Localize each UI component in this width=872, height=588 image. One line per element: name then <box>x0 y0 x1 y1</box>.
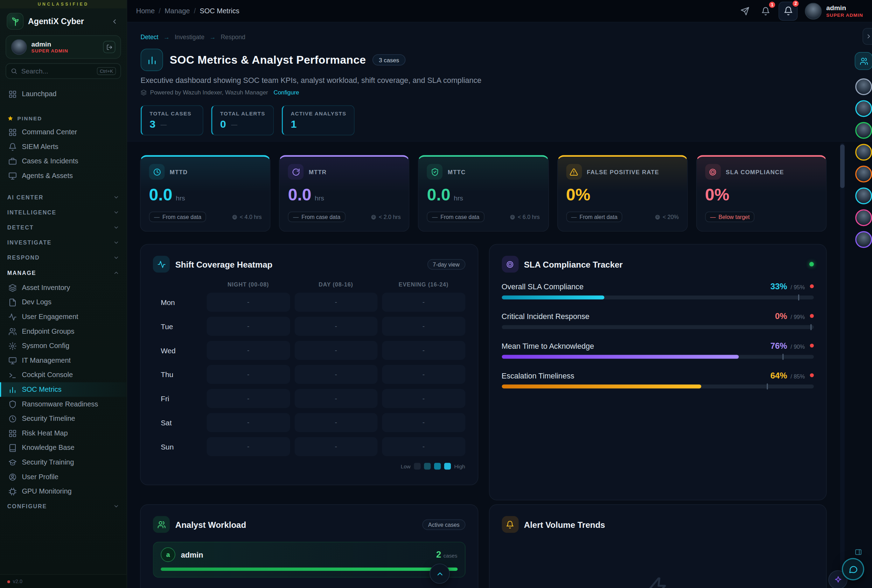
chip-icon <box>8 487 17 496</box>
sidebar-item-command-center[interactable]: Command Center <box>0 125 127 140</box>
heatmap-cell[interactable]: - <box>206 413 290 432</box>
sidebar-item-gpu-monitoring[interactable]: GPU Monitoring <box>0 484 127 499</box>
heatmap-cell[interactable]: - <box>206 317 290 336</box>
rail-avatar[interactable] <box>855 122 872 139</box>
analyst-row[interactable]: aadmin2cases <box>153 542 465 578</box>
scrollbar-thumb[interactable] <box>840 144 845 188</box>
sla-metric-label: Overall SLA Compliance <box>502 283 770 291</box>
rail-avatar[interactable] <box>855 166 872 183</box>
heatmap-cell[interactable]: - <box>295 293 378 312</box>
panel-toggle-button[interactable] <box>853 547 863 557</box>
chip-dash: — <box>293 214 299 220</box>
sidebar-item-security-timeline[interactable]: Security Timeline <box>0 411 127 426</box>
sidebar-section-respond[interactable]: RESPOND <box>0 250 127 265</box>
rocket-button[interactable] <box>737 3 753 19</box>
search-input[interactable] <box>21 67 93 75</box>
kpi-chip-label: From case data <box>162 214 201 220</box>
sidebar-item-agents-assets[interactable]: Agents & Assets <box>0 169 127 183</box>
workflow: Detect→Investigate→Respond <box>141 34 859 40</box>
workflow-step-investigate[interactable]: Investigate <box>175 34 204 40</box>
sidebar-section-investigate[interactable]: INVESTIGATE <box>0 235 127 250</box>
sidebar-collapse-button[interactable] <box>108 16 120 27</box>
sidebar-item-siem-alerts[interactable]: SIEM Alerts <box>0 139 127 154</box>
sidebar-item-soc-metrics[interactable]: SOC Metrics <box>0 382 127 397</box>
topbar-user[interactable]: admin SUPER ADMIN <box>805 3 863 19</box>
heatmap-cell[interactable]: - <box>382 293 465 312</box>
gear-icon <box>8 342 17 350</box>
scroll-top-button[interactable] <box>430 564 450 584</box>
heatmap-cell[interactable]: - <box>206 341 290 360</box>
rail-avatar[interactable] <box>855 209 872 226</box>
kpi-label: MTTD <box>170 169 188 175</box>
heatmap-cell[interactable]: - <box>295 317 378 336</box>
rail-avatar[interactable] <box>855 78 872 95</box>
heatmap-cell[interactable]: - <box>206 389 290 408</box>
notifications-button[interactable]: 1 <box>758 3 774 19</box>
sidebar-item-security-training[interactable]: Security Training <box>0 455 127 470</box>
heatmap-cell[interactable]: - <box>382 389 465 408</box>
sidebar-item-it-management[interactable]: IT Management <box>0 353 127 368</box>
heatmap-cell[interactable]: - <box>382 341 465 360</box>
breadcrumb-item-soc-metrics[interactable]: SOC Metrics <box>200 7 239 15</box>
heatmap-cell[interactable]: - <box>382 413 465 432</box>
pinned-header: PINNED <box>0 111 127 124</box>
sla-metric-target: / 85% <box>791 373 805 380</box>
chat-button[interactable] <box>842 558 864 580</box>
sidebar-item-knowledge-base[interactable]: Knowledge Base <box>0 440 127 455</box>
heatmap-cell[interactable]: - <box>295 389 378 408</box>
sidebar-item-cockpit-console[interactable]: Cockpit Console <box>0 368 127 382</box>
team-presence-button[interactable] <box>855 52 872 70</box>
sidebar-user-card[interactable]: admin SUPER ADMIN <box>6 35 121 59</box>
heatmap-cell[interactable]: - <box>382 317 465 336</box>
rail-avatar[interactable] <box>855 144 872 160</box>
sidebar-item-dev-logs[interactable]: Dev Logs <box>0 295 127 310</box>
sidebar-item-sysmon-config[interactable]: Sysmon Config <box>0 339 127 353</box>
configure-header[interactable]: CONFIGURE <box>0 499 127 514</box>
logout-button[interactable] <box>103 41 115 53</box>
sidebar-section-detect[interactable]: DETECT <box>0 220 127 235</box>
sidebar-section-intelligence[interactable]: INTELLIGENCE <box>0 205 127 220</box>
zap-icon <box>646 576 669 588</box>
heatmap-cell[interactable]: - <box>206 293 290 312</box>
heatmap-cell[interactable]: - <box>382 365 465 384</box>
workflow-step-detect[interactable]: Detect <box>141 34 159 40</box>
breadcrumb-item-home[interactable]: Home <box>136 7 155 15</box>
sidebar-section-ai-center[interactable]: AI CENTER <box>0 190 127 205</box>
sla-list: Overall SLA Compliance33%/ 95%Critical I… <box>502 282 814 388</box>
sla-status-dot <box>810 284 814 288</box>
sidebar-item-user-profile[interactable]: User Profile <box>0 470 127 484</box>
rail-avatar[interactable] <box>855 231 872 248</box>
heatmap-cell[interactable]: - <box>295 413 378 432</box>
kpi-value: 0.0 <box>149 185 173 204</box>
sidebar-item-user-engagement[interactable]: User Engagement <box>0 310 127 324</box>
heatmap-cell[interactable]: - <box>206 437 290 456</box>
breadcrumb-item-manage[interactable]: Manage <box>164 7 190 15</box>
rail-expand-button[interactable] <box>863 28 872 45</box>
scrollbar-track[interactable] <box>840 143 845 588</box>
heatmap-cell[interactable]: - <box>206 365 290 384</box>
sidebar-item-asset-inventory[interactable]: Asset Inventory <box>0 280 127 295</box>
alerts-button[interactable]: 2 <box>779 2 797 20</box>
heatmap-cell[interactable]: - <box>295 365 378 384</box>
sidebar-search[interactable]: Ctrl+K <box>6 63 121 79</box>
sidebar-item-label: SIEM Alerts <box>22 143 58 150</box>
kpi-card-mttc: MTTC0.0hrs—From case data< 6.0 hrs <box>418 155 549 231</box>
sidebar-item-ransomware-readiness[interactable]: Ransomware Readiness <box>0 397 127 411</box>
configure-link[interactable]: Configure <box>274 89 299 96</box>
heatmap-cell[interactable]: - <box>382 437 465 456</box>
sidebar-item-endpoint-groups[interactable]: Endpoint Groups <box>0 324 127 339</box>
sla-tracker-panel: SLA Compliance Tracker Overall SLA Compl… <box>489 244 827 501</box>
heatmap-cell[interactable]: - <box>295 341 378 360</box>
kpi-target-label: < 6.0 hrs <box>518 214 540 220</box>
sidebar-item-risk-heat-map[interactable]: Risk Heat Map <box>0 426 127 441</box>
heatmap-cell[interactable]: - <box>295 437 378 456</box>
chevron-down-icon <box>113 255 119 261</box>
rail-avatar[interactable] <box>855 100 872 117</box>
rail-avatar[interactable] <box>855 188 872 204</box>
panel-title: Alert Volume Trends <box>524 520 814 529</box>
manage-header[interactable]: MANAGE <box>0 265 127 280</box>
sidebar-item-launchpad[interactable]: Launchpad <box>0 87 127 102</box>
sidebar-item-cases-incidents[interactable]: Cases & Incidents <box>0 154 127 169</box>
workflow-step-respond[interactable]: Respond <box>221 34 245 40</box>
bell-icon <box>8 142 17 151</box>
